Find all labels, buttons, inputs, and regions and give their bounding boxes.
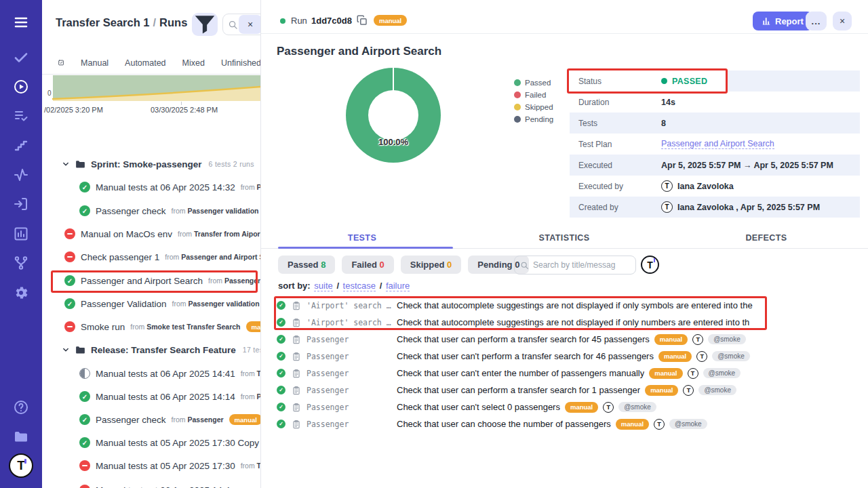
legend-label: Pending: [525, 115, 553, 123]
assignee-avatar[interactable]: T: [683, 385, 694, 396]
test-row[interactable]: 'Airport' search …Check that autocomplet…: [261, 297, 868, 314]
chart-x-label: 03/30/2025 2:48 PM: [151, 106, 218, 114]
run-status-passed-icon: [79, 182, 90, 192]
test-row[interactable]: PassengerCheck that user can perform a t…: [261, 382, 868, 399]
stat-label: Executed by: [570, 182, 661, 191]
tree-run-item[interactable]: Manual tests at 05 Apr 2025 17:30from Tr…: [42, 455, 261, 476]
sidebar-projects-icon[interactable]: [13, 428, 29, 445]
user-filter-avatar[interactable]: T: [641, 256, 659, 274]
test-title-text: Check that user can choose the number of…: [397, 419, 611, 429]
tab-statistics[interactable]: STATISTICS: [463, 229, 665, 248]
sidebar-menu-icon[interactable]: [13, 14, 29, 30]
more-actions-button[interactable]: ...: [806, 12, 827, 30]
tab-tests[interactable]: TESTS: [261, 229, 463, 248]
chip-passed[interactable]: Passed 8: [278, 256, 335, 274]
chevron-down-icon[interactable]: [61, 159, 71, 169]
runs-tab-mixed[interactable]: Mixed: [182, 58, 205, 68]
tab-defects[interactable]: DEFECTS: [665, 229, 867, 248]
run-from-suite: from Smoke test Transfer Search: [130, 323, 240, 331]
copy-icon[interactable]: [356, 14, 368, 26]
run-from-suite: from Tran: [241, 369, 261, 378]
tree-run-item[interactable]: Manual tests at 06 Apr 2025 14:14from Pa…: [42, 386, 261, 407]
sidebar-play-circle-icon[interactable]: [13, 79, 29, 95]
clear-search-button[interactable]: ×: [239, 15, 261, 34]
batch-select-icon[interactable]: [58, 57, 64, 68]
test-title: Check that user can't perform a transfer…: [397, 351, 861, 362]
breadcrumb-separator: /: [150, 16, 160, 28]
test-tag-smoke[interactable]: @smoke: [618, 402, 656, 412]
app-logo[interactable]: T: [9, 453, 33, 478]
test-row[interactable]: PassengerCheck that user can choose the …: [261, 415, 868, 432]
test-suite-name: 'Airport' search …: [307, 301, 392, 310]
tree-run-item[interactable]: Manual tests at 06 Apr 2025 14:4: [42, 480, 261, 488]
chevron-down-icon[interactable]: [61, 345, 71, 354]
test-row[interactable]: PassengerCheck that user can't select 0 …: [261, 399, 868, 415]
stat-label: Duration: [570, 98, 661, 107]
tree-folder-item[interactable]: Sprint: Smoke-passenger6 tests 2 runs: [42, 154, 261, 174]
test-row[interactable]: PassengerCheck that user can't enter the…: [261, 365, 868, 382]
tree-run-item[interactable]: Passenger Validationfrom Passenger valid…: [42, 293, 261, 314]
tree-run-item[interactable]: Passenger checkfrom Passengermanual6: [42, 409, 261, 430]
run-id: 1dd7c0d8: [311, 16, 352, 26]
sidebar-branch-icon[interactable]: [13, 255, 29, 271]
status-filter-chips: Passed 8Failed 0Skipped 0Pending 0: [278, 256, 529, 274]
test-row[interactable]: 'Airport' search …Check that autocomplet…: [261, 314, 868, 331]
testplan-link[interactable]: Passenger and Airport Search: [661, 139, 774, 149]
stat-label: Tests: [570, 119, 661, 128]
assignee-avatar[interactable]: T: [688, 368, 698, 379]
run-from-suite: from Passenger and Airport Searc: [165, 253, 261, 261]
runs-tab-manual[interactable]: Manual: [81, 58, 108, 68]
sidebar-steps-icon[interactable]: [13, 138, 29, 154]
chip-skipped[interactable]: Skipped 0: [401, 256, 461, 274]
sidebar-import-icon[interactable]: [13, 196, 29, 212]
tree-run-item[interactable]: Smoke runfrom Smoke test Transfer Search…: [42, 317, 261, 337]
test-tag-smoke[interactable]: @smoke: [669, 419, 707, 429]
test-tag-smoke[interactable]: @smoke: [698, 385, 736, 395]
test-tag-smoke[interactable]: @smoke: [708, 334, 746, 344]
breadcrumb-project[interactable]: Transfer Search 1: [56, 16, 150, 28]
tree-run-item[interactable]: Passenger and Airport Searchfrom Passeng…: [42, 270, 261, 291]
run-status-passed-icon: [79, 391, 90, 402]
folder-label: Release: Transfer Search Feature: [91, 345, 236, 355]
assignee-avatar[interactable]: T: [603, 402, 614, 413]
chip-count: 0: [380, 260, 384, 270]
tree-run-item[interactable]: Manual on MacOs envfrom Transfer from Ai…: [42, 224, 261, 244]
sidebar-activity-icon[interactable]: [13, 167, 29, 183]
sidebar-list-check-icon[interactable]: [13, 108, 29, 124]
folder-label: Sprint: Smoke-passenger: [91, 159, 202, 169]
sort-link-testcase[interactable]: testcase: [343, 281, 376, 291]
tree-run-item[interactable]: Manual tests at 06 Apr 2025 14:41from Tr…: [42, 363, 261, 384]
test-tag-smoke[interactable]: @smoke: [703, 368, 741, 378]
assignee-avatar[interactable]: T: [692, 334, 703, 345]
tree-run-item[interactable]: Manual tests at 05 Apr 2025 17:30 Copyfr…: [42, 432, 261, 453]
tests-search-input[interactable]: [533, 257, 633, 273]
test-tag-smoke[interactable]: @smoke: [712, 351, 750, 361]
test-row[interactable]: PassengerCheck that user can't perform a…: [261, 348, 868, 365]
tree-run-item[interactable]: Manual tests at 06 Apr 2025 14:32from Pa…: [42, 177, 261, 197]
tree-run-item[interactable]: Passenger checkfrom Passenger validation…: [42, 201, 261, 221]
sidebar-settings-icon[interactable]: [13, 285, 29, 301]
test-row[interactable]: PassengerCheck that user can perform a t…: [261, 331, 868, 348]
sidebar-help-icon[interactable]: [13, 399, 29, 415]
test-title-text: Check that user can't enter the number o…: [397, 368, 644, 378]
stat-row: StatusPASSED: [570, 70, 860, 92]
test-title-text: Check that autocomplete suggestings are …: [397, 317, 749, 327]
close-run-button[interactable]: ×: [833, 12, 852, 30]
tree-folder-item[interactable]: Release: Transfer Search Feature17 tests…: [42, 340, 261, 360]
tree-run-item[interactable]: Check passenger 1from Passenger and Airp…: [42, 247, 261, 267]
filter-button[interactable]: [192, 13, 218, 36]
runs-tab-automated[interactable]: Automated: [125, 58, 165, 68]
assignee-avatar[interactable]: T: [654, 419, 665, 430]
list-check-icon: [13, 108, 29, 124]
assignee-avatar[interactable]: T: [696, 351, 707, 362]
sidebar-check-icon[interactable]: [13, 49, 29, 66]
sidebar-analytics-icon[interactable]: [13, 226, 29, 242]
sort-link-suite[interactable]: suite: [314, 281, 332, 291]
sort-link-failure[interactable]: failure: [386, 281, 410, 291]
testcase-icon: [292, 352, 301, 361]
runs-tab-unfinished[interactable]: Unfinished: [221, 58, 261, 68]
search-icon: [520, 261, 529, 270]
run-status-failed-icon: [64, 251, 75, 262]
report-button[interactable]: Report: [753, 12, 812, 30]
chip-failed[interactable]: Failed 0: [342, 256, 393, 274]
